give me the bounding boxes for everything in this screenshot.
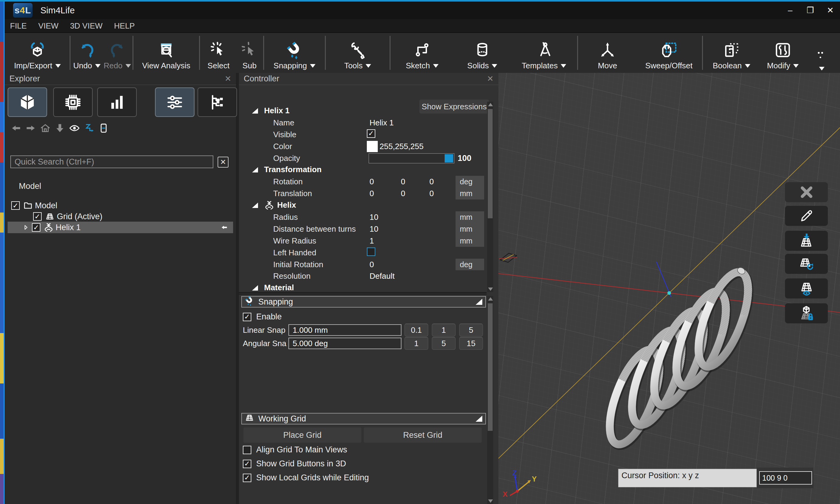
toolbar-snapping-button[interactable]: Snapping (265, 33, 324, 73)
toolbar-label: Move (598, 61, 617, 70)
move-icon (598, 39, 617, 61)
viewport-grid-lock-button[interactable] (785, 303, 828, 323)
grid-icon (45, 211, 55, 222)
viewport-close-x-button[interactable] (785, 182, 828, 202)
toolbar-tools-button[interactable]: Tools (326, 33, 389, 73)
search-input[interactable]: Quick Search (Ctrl+F) (10, 156, 213, 168)
viewport-grid-reset-button[interactable] (785, 254, 828, 274)
working-grid-header[interactable]: Working Grid (241, 413, 486, 425)
cursor-position-input[interactable]: 100 9 0 (759, 471, 812, 485)
tree-row-grid-active-[interactable]: ✓Grid (Active) (7, 211, 233, 222)
working-grid-checkbox-row: ✓Show Grid Buttons in 3D (243, 459, 346, 468)
settings-scrollbar[interactable] (487, 296, 493, 504)
down-arrow-icon[interactable] (54, 122, 66, 134)
sub-select-icon (240, 39, 259, 61)
property-checkbox[interactable] (367, 248, 375, 256)
property-checkbox[interactable]: ✓ (367, 129, 375, 138)
viewport-grid-place-button[interactable] (785, 231, 828, 251)
explorer-tab-model-cube[interactable] (7, 87, 47, 117)
forward-arrow-icon[interactable] (24, 122, 37, 134)
toolbar-undo-button[interactable]: Undo (71, 33, 103, 73)
tree-row-model[interactable]: ✓Model (7, 200, 233, 211)
home-icon[interactable] (39, 122, 51, 134)
unit-box: mm (456, 235, 484, 247)
viewport-grid-eye-button[interactable] (785, 278, 828, 299)
snap-preset-button-0.1[interactable]: 0.1 (405, 324, 428, 337)
tree-row-helix-1[interactable]: ✓Helix 1 (7, 222, 233, 233)
window-controls: – ❐ ✕ (782, 1, 840, 19)
collapse-box-icon[interactable] (98, 122, 110, 134)
back-arrow-icon[interactable] (10, 122, 22, 134)
snap-value-input[interactable]: 5.000 deg (288, 338, 401, 349)
toolbar-imp-export-button[interactable]: Imp/Export (6, 33, 69, 73)
group-expand-icon[interactable] (252, 167, 258, 173)
toolbar-redo-button[interactable]: Redo (103, 33, 132, 73)
tree-checkbox[interactable]: ✓ (32, 223, 40, 232)
viewport-3d[interactable]: Cursor Position: x y z 100 9 0 Z Y X (498, 73, 840, 504)
explorer-tab-sliders[interactable] (155, 87, 194, 117)
working-grid-checkbox[interactable]: ✓ (243, 474, 251, 482)
opacity-slider-handle[interactable] (445, 154, 453, 162)
toolbar-move-button[interactable]: Move (579, 33, 636, 73)
enable-checkbox[interactable]: ✓ (243, 313, 251, 321)
search-clear-button[interactable]: ✕ (218, 157, 228, 167)
menu-item-view[interactable]: VIEW (38, 21, 58, 31)
app-window: s4L Sim4Life – ❐ ✕ FILEVIEW3D VIEWHELP I… (0, 0, 840, 504)
explorer-tab-tree-view[interactable] (198, 87, 237, 117)
opacity-slider[interactable] (368, 153, 455, 163)
toolbar-modify-button[interactable]: Modify (759, 33, 806, 73)
maximize-button[interactable]: ❐ (802, 3, 818, 18)
unit-box: mm (456, 223, 484, 235)
collapse-icon[interactable] (476, 416, 482, 422)
toolbar-view-analysis-button[interactable]: View Analysis (134, 33, 199, 73)
snap-preset-button-15[interactable]: 15 (459, 337, 483, 350)
tree-label: Helix 1 (56, 223, 81, 232)
tree-checkbox[interactable]: ✓ (33, 212, 41, 221)
toolbar-boolean-button[interactable]: Boolean (704, 33, 759, 73)
chevron-down-icon (819, 67, 824, 70)
explorer-tab-bar-chart[interactable] (97, 87, 137, 117)
toolbar-label-text: Boolean (713, 61, 741, 70)
toolbar-sketch-button[interactable]: Sketch (391, 33, 453, 73)
working-grid-button-place-grid[interactable]: Place Grid (243, 428, 361, 443)
viewport-pencil-button[interactable] (785, 206, 828, 226)
controller-close-icon[interactable]: ✕ (487, 74, 494, 84)
snap-preset-button-1[interactable]: 1 (405, 337, 428, 350)
property-scrollbar[interactable] (487, 102, 493, 292)
tree-checkbox[interactable]: ✓ (11, 201, 20, 210)
toolbar-label-text: Sweep/Offset (645, 61, 692, 70)
toolbar-separator (133, 36, 133, 70)
eye-icon[interactable] (68, 122, 81, 134)
toolbar-sub-button[interactable]: Sub (237, 33, 262, 73)
property-label: Distance between turns (273, 224, 356, 234)
toolbar-overflow-button[interactable] (806, 33, 834, 73)
collapse-icon[interactable] (476, 299, 482, 305)
working-grid-button-reset-grid[interactable]: Reset Grid (364, 428, 482, 443)
enable-label: Enable (256, 312, 282, 322)
snap-preset-button-1[interactable]: 1 (432, 324, 456, 337)
toolbar-templates-button[interactable]: Templates (512, 33, 577, 73)
z-order-icon[interactable] (83, 122, 95, 134)
toolbar-select-button[interactable]: Select (201, 33, 237, 73)
snap-preset-button-5[interactable]: 5 (459, 324, 483, 337)
working-grid-checkbox[interactable] (243, 446, 251, 454)
chevron-down-icon (125, 64, 131, 68)
toolbar-sweep-offset-button[interactable]: Sweep/Offset (636, 33, 701, 73)
explorer-close-icon[interactable]: ✕ (225, 74, 231, 84)
group-expand-icon[interactable] (252, 285, 258, 291)
toolbar-solids-button[interactable]: Solids (453, 33, 512, 73)
working-grid-checkbox[interactable]: ✓ (243, 460, 251, 468)
close-button[interactable]: ✕ (822, 3, 838, 18)
expander-icon[interactable] (22, 224, 30, 231)
minimize-button[interactable]: – (782, 3, 798, 18)
explorer-tab-chip[interactable] (53, 87, 93, 117)
menu-item-help[interactable]: HELP (114, 21, 135, 31)
snapping-header[interactable]: Snapping (241, 296, 486, 308)
menu-item-3d-view[interactable]: 3D VIEW (70, 21, 102, 31)
menu-item-file[interactable]: FILE (10, 21, 27, 31)
color-swatch[interactable] (367, 141, 378, 152)
snap-preset-button-5[interactable]: 5 (432, 337, 456, 350)
snap-value-input[interactable]: 1.000 mm (288, 324, 401, 336)
group-expand-icon[interactable] (252, 108, 258, 113)
group-expand-icon[interactable] (252, 202, 258, 208)
